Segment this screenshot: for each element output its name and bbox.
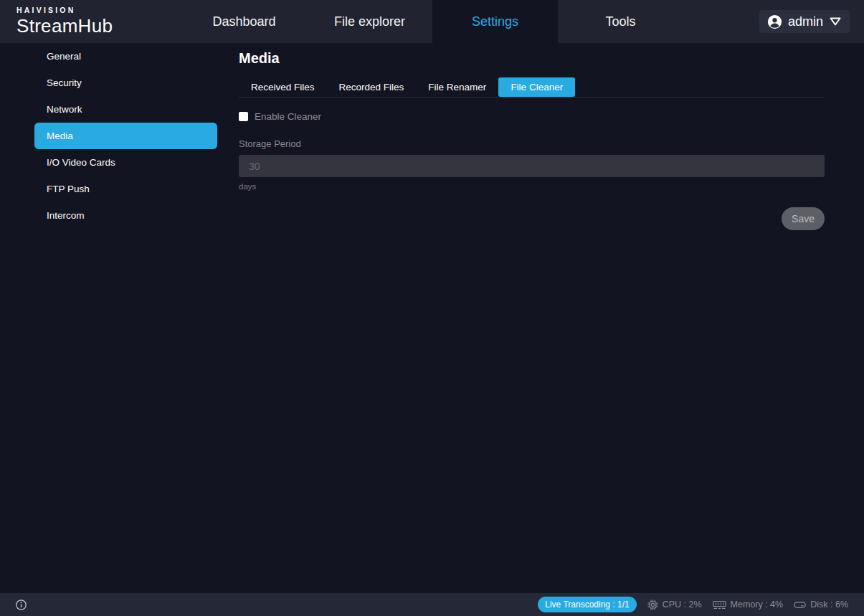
memory-metric: Memory : 4%: [713, 600, 784, 610]
user-name: admin: [788, 14, 823, 29]
brand-logo: HAIVISION StreamHub: [0, 0, 181, 43]
tab-received-files[interactable]: Received Files: [239, 77, 327, 97]
user-menu-button[interactable]: admin: [759, 10, 850, 33]
nav-item-settings[interactable]: Settings: [432, 0, 558, 43]
nav-item-file-explorer[interactable]: File explorer: [307, 0, 432, 43]
media-tabs: Received Files Recorded Files File Renam…: [239, 77, 825, 98]
save-button[interactable]: Save: [782, 207, 825, 230]
status-metrics: Live Transcoding : 1/1 CPU : 2%: [538, 597, 848, 612]
sidebar-item-general[interactable]: General: [0, 43, 229, 70]
info-icon[interactable]: [16, 600, 27, 610]
storage-period-input[interactable]: [239, 155, 825, 177]
nav-item-tools[interactable]: Tools: [558, 0, 683, 43]
chevron-down-icon: [829, 16, 842, 27]
brand-streamhub: StreamHub: [16, 15, 181, 37]
main-row: General Security Network Media I/O Video…: [0, 43, 864, 593]
status-bar: Live Transcoding : 1/1 CPU : 2%: [0, 593, 864, 616]
top-nav: HAIVISION StreamHub Dashboard File explo…: [0, 0, 864, 43]
disk-value: Disk : 6%: [810, 600, 848, 610]
memory-icon: [713, 600, 726, 610]
nav-item-dashboard[interactable]: Dashboard: [181, 0, 307, 43]
tab-file-renamer[interactable]: File Renamer: [416, 77, 498, 97]
cpu-metric: CPU : 2%: [647, 600, 702, 610]
disk-metric: Disk : 6%: [794, 600, 848, 610]
sidebar-item-media[interactable]: Media: [34, 123, 217, 149]
content-panel: Media Received Files Recorded Files File…: [229, 43, 864, 593]
brand-haivision: HAIVISION: [16, 6, 181, 14]
sidebar-item-ftp-push[interactable]: FTP Push: [0, 176, 229, 202]
page-title: Media: [239, 43, 825, 67]
user-avatar-icon: [767, 14, 782, 29]
enable-cleaner-row: Enable Cleaner: [239, 111, 825, 122]
sidebar-item-security[interactable]: Security: [0, 70, 229, 96]
storage-period-unit: days: [239, 182, 825, 191]
app-window: HAIVISION StreamHub Dashboard File explo…: [0, 0, 864, 616]
tab-recorded-files[interactable]: Recorded Files: [327, 77, 417, 97]
save-row: Save: [239, 207, 825, 230]
sidebar-item-intercom[interactable]: Intercom: [0, 202, 229, 229]
cpu-value: CPU : 2%: [663, 600, 702, 610]
sidebar-item-network[interactable]: Network: [0, 96, 229, 123]
live-transcoding-badge[interactable]: Live Transcoding : 1/1: [538, 597, 636, 612]
disk-icon: [794, 601, 806, 609]
storage-period-label: Storage Period: [239, 138, 825, 149]
enable-cleaner-label: Enable Cleaner: [255, 111, 321, 122]
sidebar-item-io-video-cards[interactable]: I/O Video Cards: [0, 149, 229, 176]
enable-cleaner-checkbox[interactable]: [239, 112, 248, 121]
settings-sidebar: General Security Network Media I/O Video…: [0, 43, 229, 593]
cpu-icon: [647, 600, 658, 610]
tab-file-cleaner[interactable]: File Cleaner: [498, 77, 575, 97]
memory-value: Memory : 4%: [731, 600, 784, 610]
